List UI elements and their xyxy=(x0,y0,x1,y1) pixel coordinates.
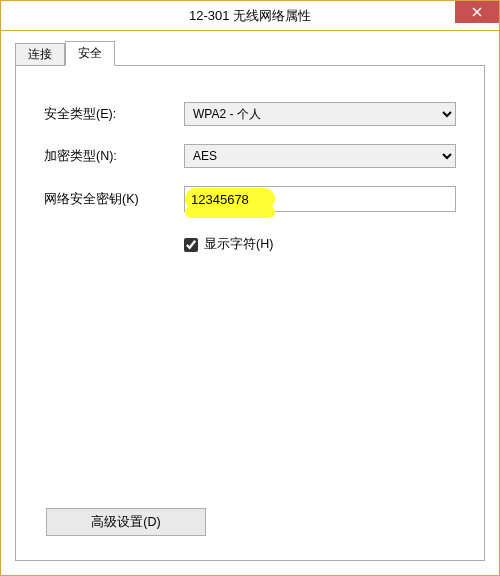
spacer xyxy=(44,273,456,508)
tab-security[interactable]: 安全 xyxy=(65,41,115,66)
close-icon xyxy=(472,7,482,17)
row-encryption-type: 加密类型(N): AES xyxy=(44,144,456,168)
advanced-settings-label: 高级设置(D) xyxy=(91,515,160,529)
advanced-settings-button[interactable]: 高级设置(D) xyxy=(46,508,206,536)
control-encryption-type: AES xyxy=(184,144,456,168)
tab-security-label: 安全 xyxy=(78,46,102,60)
control-network-key xyxy=(184,186,456,212)
tab-container: 连接 安全 安全类型(E): WPA2 - 个人 加密类型(N): xyxy=(15,41,485,561)
tab-connect-label: 连接 xyxy=(28,47,52,61)
row-network-key: 网络安全密钥(K) xyxy=(44,186,456,212)
label-security-type: 安全类型(E): xyxy=(44,106,184,123)
control-security-type: WPA2 - 个人 xyxy=(184,102,456,126)
titlebar: 12-301 无线网络属性 xyxy=(1,1,499,31)
checkbox-show-chars[interactable] xyxy=(184,238,198,252)
select-security-type[interactable]: WPA2 - 个人 xyxy=(184,102,456,126)
input-network-key[interactable] xyxy=(184,186,456,212)
select-encryption-type[interactable]: AES xyxy=(184,144,456,168)
tab-panel-security: 安全类型(E): WPA2 - 个人 加密类型(N): AES xyxy=(15,65,485,561)
close-button[interactable] xyxy=(455,1,499,23)
key-input-wrap xyxy=(184,186,456,212)
tab-connect[interactable]: 连接 xyxy=(15,43,65,65)
row-security-type: 安全类型(E): WPA2 - 个人 xyxy=(44,102,456,126)
tabstrip: 连接 安全 xyxy=(15,41,485,65)
label-network-key: 网络安全密钥(K) xyxy=(44,191,184,208)
label-encryption-type: 加密类型(N): xyxy=(44,148,184,165)
window-title: 12-301 无线网络属性 xyxy=(189,7,311,25)
row-show-chars: 显示字符(H) xyxy=(184,236,456,253)
content-area: 连接 安全 安全类型(E): WPA2 - 个人 加密类型(N): xyxy=(1,31,499,575)
label-show-chars: 显示字符(H) xyxy=(204,236,273,253)
window-frame: 12-301 无线网络属性 连接 安全 安全类型(E): xyxy=(0,0,500,576)
